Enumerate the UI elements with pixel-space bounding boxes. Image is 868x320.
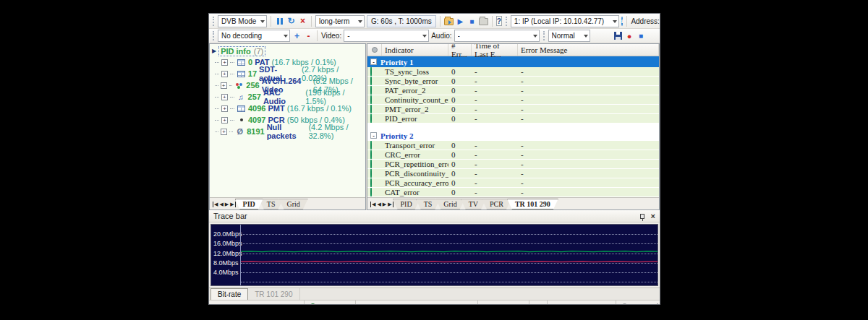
- guard-time-label: G: 60s , T: 1000ms: [367, 15, 436, 27]
- column-indicator[interactable]: Indicator: [382, 44, 448, 56]
- record-button[interactable]: ●: [625, 30, 634, 42]
- ok-status-icon: [370, 77, 372, 85]
- table-icon: [237, 104, 246, 113]
- table-row[interactable]: PAT_error_2 0 - -: [367, 86, 659, 95]
- chevron-down-icon: [358, 20, 362, 25]
- info-icon[interactable]: i: [621, 17, 624, 26]
- tab-scroll-prev[interactable]: ◀: [219, 202, 223, 207]
- mode-select[interactable]: DVB Mode: [218, 15, 267, 27]
- tab-ts[interactable]: TS: [416, 199, 441, 209]
- table-row[interactable]: Sync_byte_error 0 - -: [367, 77, 659, 86]
- column-message[interactable]: Error Message: [518, 44, 659, 56]
- table-row[interactable]: Transport_error 0 - -: [367, 141, 659, 150]
- pause-button[interactable]: [275, 15, 284, 27]
- table-icon: [237, 69, 246, 78]
- ok-status-icon: [370, 160, 372, 168]
- expand-icon[interactable]: +: [221, 117, 228, 124]
- toolbar-grip[interactable]: [506, 17, 507, 26]
- toolbar-grip[interactable]: [543, 31, 545, 40]
- expand-icon[interactable]: +: [221, 71, 228, 77]
- save-button[interactable]: [613, 30, 623, 42]
- status-bar: Ready 188 Byte TsRate: 12.729.309bps / 6…: [209, 300, 660, 305]
- table-row[interactable]: PMT_error_2 0 - -: [367, 105, 659, 114]
- remove-button[interactable]: -: [304, 30, 313, 42]
- status-ready: Ready: [209, 303, 304, 306]
- tab-scroll-first[interactable]: ◀: [213, 202, 218, 207]
- tab-scroll-prev[interactable]: ◀: [377, 202, 380, 207]
- toolbar-grip[interactable]: [213, 17, 214, 26]
- pin-icon[interactable]: [640, 214, 644, 219]
- add-button[interactable]: +: [292, 30, 302, 42]
- table-row[interactable]: TS_sync_loss 0 - -: [367, 67, 659, 77]
- expand-icon[interactable]: +: [221, 94, 228, 100]
- table-row[interactable]: CAT_error 0 - -: [367, 188, 659, 197]
- video-select[interactable]: -: [344, 30, 429, 42]
- tab-bitrate[interactable]: Bit-rate: [210, 288, 248, 300]
- stop-record-button[interactable]: ■: [637, 30, 646, 42]
- priority2-group[interactable]: - Priority 2: [367, 130, 659, 141]
- open-stream-button[interactable]: [444, 15, 454, 27]
- tab-ts[interactable]: TS: [259, 199, 284, 209]
- audio-select[interactable]: -: [454, 30, 540, 42]
- tab-grid[interactable]: Grid: [435, 199, 464, 209]
- expand-icon[interactable]: +: [221, 129, 227, 135]
- chevron-down-icon: [613, 20, 617, 25]
- open-file-button[interactable]: [479, 15, 488, 27]
- tr101290-panel: Indicator # Err... Time of Last E... Err…: [367, 43, 660, 210]
- ok-status-icon: [370, 105, 372, 113]
- toolbar-decoding: No decoding + - Video: - Audio: - Normal…: [209, 29, 660, 43]
- video-icon: [234, 81, 244, 90]
- clear-button[interactable]: ×: [298, 15, 307, 27]
- status-tsrate: TsRate: 12.729.309bps / 67.4%: [355, 300, 477, 305]
- close-icon[interactable]: ×: [651, 213, 655, 220]
- tree-root[interactable]: ▶ PID info (7): [212, 46, 365, 56]
- table-row[interactable]: PID_error 0 - -: [367, 114, 659, 124]
- tab-tv[interactable]: TV: [461, 199, 486, 209]
- status-column-icon: [367, 44, 382, 56]
- term-select[interactable]: long-term: [315, 15, 365, 27]
- tab-scroll-first[interactable]: ◀: [370, 202, 375, 207]
- tab-tr101290-bottom[interactable]: TR 101 290: [248, 288, 299, 300]
- table-row[interactable]: PCR_repetition_error 0 - -: [367, 160, 659, 169]
- collapse-icon[interactable]: -: [370, 132, 377, 139]
- tab-scroll-last[interactable]: ▶: [230, 202, 235, 207]
- table-row[interactable]: PCR_discontinuity_ind... 0 - -: [367, 169, 659, 178]
- left-tabstrip: ◀ ◀ ▶ ▶ PID TS Grid: [210, 197, 365, 209]
- help-button[interactable]: ?: [496, 16, 502, 26]
- resize-grip[interactable]: [652, 300, 660, 305]
- play-button[interactable]: ▶: [456, 15, 465, 27]
- table-row[interactable]: PCR_accuracy_error 0 - -: [367, 178, 659, 188]
- ok-status-icon: [370, 86, 372, 95]
- expand-icon[interactable]: +: [221, 59, 228, 66]
- tab-scroll-next[interactable]: ▶: [383, 202, 386, 207]
- tree-item[interactable]: + ♫ 257 AAC Audio (196 kbps / 1.5%): [212, 91, 365, 103]
- decoding-select[interactable]: No decoding: [218, 30, 290, 42]
- column-errors[interactable]: # Err...: [448, 44, 472, 56]
- error-table: Indicator # Err... Time of Last E... Err…: [367, 44, 659, 197]
- ok-status-icon: [370, 95, 372, 104]
- ok-status-icon: [370, 150, 372, 159]
- tab-grid[interactable]: Grid: [278, 199, 307, 209]
- toolbar-main: DVB Mode ↻ × long-term G: 60s , T: 1000m…: [209, 14, 660, 29]
- input-source-select[interactable]: 1: IP (Local IP: 10.10.42.77): [511, 15, 619, 27]
- collapse-icon[interactable]: -: [370, 59, 377, 65]
- tree-item[interactable]: + 4096 PMT (16.7 kbps / 0.1%): [212, 103, 365, 114]
- tree-item[interactable]: + Ø 8191 Null packets (4.2 Mbps / 32.8%): [212, 126, 365, 137]
- status-packet-size: 188 Byte: [304, 300, 355, 305]
- refresh-button[interactable]: ↻: [286, 15, 296, 27]
- trace-bar-title: Trace bar: [213, 212, 640, 220]
- priority-select[interactable]: Normal: [548, 30, 590, 42]
- toolbar-grip[interactable]: [213, 31, 214, 40]
- expand-icon[interactable]: +: [221, 105, 228, 112]
- tab-scroll-last[interactable]: ▶: [388, 202, 393, 207]
- table-row[interactable]: CRC_error 0 - -: [367, 150, 659, 160]
- column-time[interactable]: Time of Last E...: [472, 44, 518, 56]
- tab-scroll-next[interactable]: ▶: [225, 202, 229, 207]
- tab-pcr[interactable]: PCR: [482, 199, 511, 209]
- tab-tr101290[interactable]: TR 101 290: [507, 199, 558, 209]
- table-row[interactable]: Continuity_count_error 0 - -: [367, 95, 659, 105]
- trace-plot: [240, 225, 658, 285]
- bitrate-chart: 20.0Mbps16.0Mbps12.0Mbps8.0Mbps4.0Mbps: [210, 224, 658, 286]
- expand-icon[interactable]: +: [221, 82, 227, 89]
- stop-button[interactable]: ■: [467, 15, 477, 27]
